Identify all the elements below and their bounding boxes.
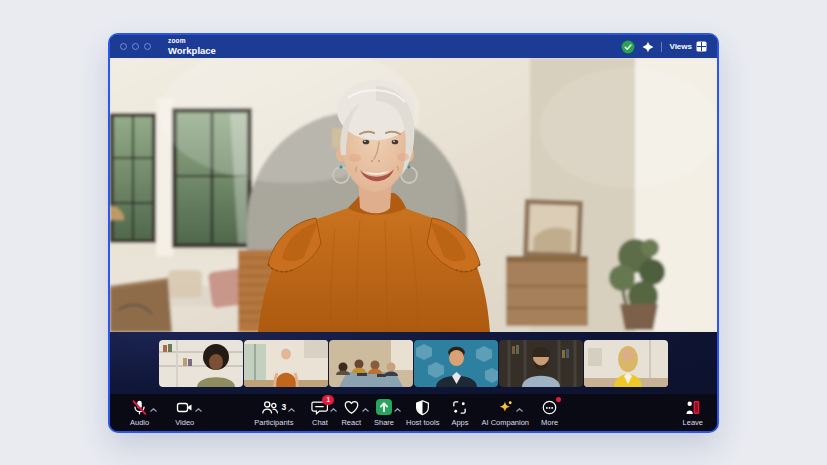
leave-icon bbox=[684, 399, 701, 416]
share-button[interactable]: Share bbox=[374, 399, 394, 427]
window-controls bbox=[120, 43, 151, 50]
heart-icon bbox=[343, 399, 360, 416]
share-screen-icon bbox=[376, 399, 392, 415]
participant-thumbnail-2[interactable] bbox=[244, 340, 328, 387]
meeting-toolbar: Audio Video 3 Participants bbox=[110, 394, 717, 431]
audio-label: Audio bbox=[130, 418, 149, 427]
views-button[interactable]: Views bbox=[669, 41, 707, 52]
logo-zoom-text: zoom bbox=[168, 38, 216, 45]
react-button[interactable]: React bbox=[341, 399, 361, 427]
leave-label: Leave bbox=[683, 418, 703, 427]
participant-thumbnail-5[interactable] bbox=[499, 340, 583, 387]
window-control-dot[interactable] bbox=[120, 43, 127, 50]
react-label: React bbox=[341, 418, 361, 427]
titlebar: zoom Workplace Views bbox=[110, 35, 717, 58]
participants-button[interactable]: 3 Participants bbox=[254, 399, 293, 427]
notification-dot bbox=[556, 397, 561, 402]
video-label: Video bbox=[175, 418, 194, 427]
chevron-up-icon[interactable] bbox=[330, 400, 337, 415]
security-shield-icon[interactable] bbox=[621, 40, 635, 54]
more-button[interactable]: More bbox=[541, 399, 558, 427]
participants-count: 3 bbox=[281, 402, 286, 412]
ai-companion-button[interactable]: AI Companion bbox=[482, 399, 530, 427]
apps-icon bbox=[451, 399, 468, 416]
host-tools-label: Host tools bbox=[406, 418, 439, 427]
chevron-up-icon[interactable] bbox=[288, 400, 295, 415]
participant-thumbnail-6[interactable] bbox=[584, 340, 668, 387]
host-tools-button[interactable]: Host tools bbox=[406, 399, 439, 427]
chevron-up-icon[interactable] bbox=[394, 400, 401, 415]
ai-companion-label: AI Companion bbox=[482, 418, 530, 427]
chevron-up-icon[interactable] bbox=[195, 400, 202, 415]
participant-filmstrip bbox=[110, 332, 717, 394]
chat-button[interactable]: 1 Chat bbox=[311, 399, 328, 427]
participants-icon bbox=[261, 399, 279, 416]
chevron-up-icon[interactable] bbox=[516, 400, 523, 415]
participant-thumbnail-3[interactable] bbox=[329, 340, 413, 387]
camera-icon bbox=[176, 399, 193, 416]
participant-thumbnail-1[interactable] bbox=[159, 340, 243, 387]
video-button[interactable]: Video bbox=[175, 399, 194, 427]
main-video-tile[interactable] bbox=[110, 58, 717, 332]
participants-label: Participants bbox=[254, 418, 293, 427]
window-control-dot[interactable] bbox=[144, 43, 151, 50]
chat-icon: 1 bbox=[311, 399, 328, 416]
more-icon bbox=[541, 399, 558, 416]
zoom-meeting-window: zoom Workplace Views bbox=[108, 33, 719, 433]
shield-icon bbox=[414, 399, 431, 416]
ai-sparkle-icon[interactable] bbox=[642, 41, 654, 53]
leave-button[interactable]: Leave bbox=[683, 399, 703, 427]
chat-label: Chat bbox=[312, 418, 328, 427]
gallery-view-icon bbox=[696, 41, 707, 52]
sparkle-icon bbox=[497, 399, 514, 416]
views-label: Views bbox=[669, 42, 692, 51]
chevron-up-icon[interactable] bbox=[150, 400, 157, 415]
logo-workplace-text: Workplace bbox=[168, 46, 216, 56]
zoom-workplace-logo: zoom Workplace bbox=[168, 38, 216, 55]
mic-muted-icon bbox=[131, 399, 148, 416]
apps-label: Apps bbox=[451, 418, 468, 427]
more-label: More bbox=[541, 418, 558, 427]
apps-button[interactable]: Apps bbox=[451, 399, 468, 427]
participant-thumbnail-4[interactable] bbox=[414, 340, 498, 387]
chevron-up-icon[interactable] bbox=[362, 400, 369, 415]
titlebar-divider bbox=[661, 42, 662, 52]
audio-button[interactable]: Audio bbox=[130, 399, 149, 427]
window-control-dot[interactable] bbox=[132, 43, 139, 50]
share-label: Share bbox=[374, 418, 394, 427]
